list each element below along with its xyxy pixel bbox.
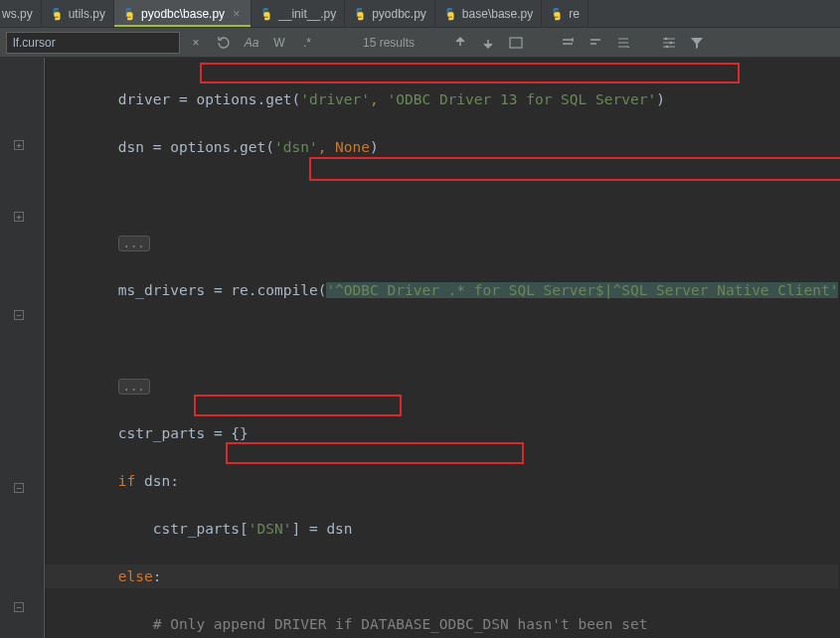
tab-pyodbc-base[interactable]: pyodbc\base.py × [114, 0, 252, 27]
tab-label: re [569, 7, 580, 21]
match-case-button[interactable]: Aa [240, 31, 263, 55]
search-input[interactable] [6, 32, 180, 54]
close-search-icon[interactable]: × [184, 31, 208, 55]
tab-bar: ws.py utils.py pyodbc\base.py × __init__… [0, 0, 840, 28]
fold-pill[interactable]: ... [118, 236, 150, 251]
tab-label: pyodbc\base.py [141, 7, 225, 21]
results-count: 15 results [323, 36, 444, 50]
fold-pill[interactable]: ... [118, 379, 150, 395]
highlight-box [226, 442, 524, 464]
words-button[interactable]: W [267, 31, 291, 55]
fold-marker-icon[interactable]: − [14, 602, 24, 612]
tab-label: utils.py [69, 7, 105, 21]
python-icon [550, 7, 564, 21]
python-icon [122, 7, 136, 21]
highlight-box [200, 63, 740, 83]
svg-point-2 [670, 41, 673, 44]
history-icon[interactable] [212, 31, 236, 55]
settings-icon[interactable] [657, 31, 681, 55]
tab-label: ws.py [2, 7, 33, 21]
tab-label: pyodbc.py [372, 7, 426, 21]
gutter: + + − − − [0, 58, 45, 638]
fold-marker-icon[interactable]: + [14, 140, 24, 150]
tab-label: __init__.py [278, 7, 336, 21]
fold-marker-icon[interactable]: + [14, 212, 24, 222]
highlight-box [194, 395, 402, 416]
code-area[interactable]: driver = options.get('driver', 'ODBC Dri… [45, 58, 838, 638]
fold-marker-icon[interactable]: − [14, 483, 24, 493]
tab-pyodbc[interactable]: pyodbc.py [345, 0, 435, 27]
editor[interactable]: + + − − − driver = options.get('driver',… [0, 58, 840, 638]
tab-ws[interactable]: ws.py [0, 0, 42, 27]
fold-marker-icon[interactable]: − [14, 310, 24, 320]
tab-base-base[interactable]: base\base.py [435, 0, 542, 27]
regex-button[interactable]: .* [295, 31, 319, 55]
select-all-icon[interactable] [504, 31, 528, 55]
toggle-2-icon[interactable] [611, 31, 635, 55]
svg-rect-0 [510, 38, 522, 48]
prev-match-icon[interactable] [448, 31, 472, 55]
tab-init[interactable]: __init__.py [252, 0, 345, 27]
python-icon [259, 7, 273, 21]
tab-utils[interactable]: utils.py [42, 0, 114, 27]
add-selection-icon[interactable] [556, 31, 580, 55]
filter-icon[interactable] [685, 31, 709, 55]
svg-point-3 [666, 45, 669, 48]
python-icon [443, 7, 457, 21]
tab-label: base\base.py [462, 7, 533, 21]
tab-re[interactable]: re [542, 0, 588, 27]
svg-point-1 [665, 37, 668, 40]
highlight-box [309, 157, 840, 181]
find-bar: × Aa W .* 15 results [0, 28, 840, 58]
toggle-1-icon[interactable] [584, 31, 607, 55]
python-icon [50, 7, 64, 21]
next-match-icon[interactable] [476, 31, 500, 55]
python-icon [353, 7, 367, 21]
close-icon[interactable]: × [233, 9, 243, 19]
